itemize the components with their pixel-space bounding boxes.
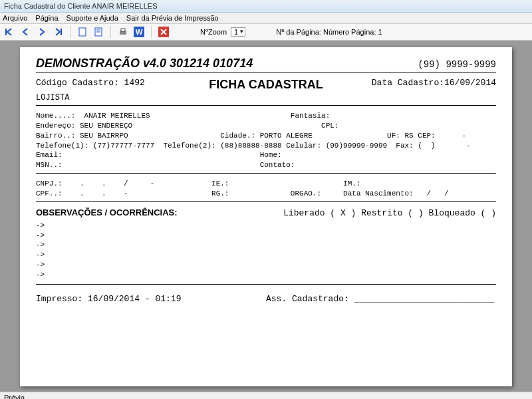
svg-rect-0 — [79, 28, 86, 36]
obs-line: -> — [36, 240, 496, 250]
rule — [36, 173, 496, 174]
field-telefones: Telefone(1): (77)77777-7777 Telefone(2):… — [36, 141, 496, 151]
rule — [36, 105, 496, 106]
field-nome: Nome....: ANAIR MEIRELLES Fantasia: — [36, 111, 496, 121]
obs-title: OBSERVAÇÕES / OCORRÊNCIAS: — [36, 207, 178, 217]
next-page-icon[interactable] — [36, 26, 48, 38]
separator — [151, 26, 152, 38]
menu-arquivo[interactable]: Arquivo — [3, 14, 27, 22]
field-msn: MSN..: Contato: — [36, 160, 496, 170]
rule — [36, 72, 496, 72]
data-cadastro: Data Cadastro:16/09/2014 — [342, 78, 496, 92]
menu-sair[interactable]: Sair da Prévia de Impressão — [126, 14, 219, 22]
lojista-label: LOJISTA — [36, 93, 496, 102]
separator — [110, 26, 111, 38]
rule — [36, 201, 496, 202]
obs-line: -> — [36, 221, 496, 231]
field-email: Email: Home: — [36, 150, 496, 160]
menubar: Arquivo Página Suporte e Ajuda Sair da P… — [0, 13, 532, 24]
menu-suporte[interactable]: Suporte e Ajuda — [66, 14, 118, 22]
obs-line: -> — [36, 270, 496, 280]
print-icon[interactable] — [117, 26, 129, 38]
obs-line: -> — [36, 260, 496, 270]
menu-pagina[interactable]: Página — [35, 14, 58, 22]
ficha-title: FICHA CADASTRAL — [190, 78, 343, 92]
codigo-cadastro: Código Cadastro: 1492 — [36, 78, 190, 92]
field-bairro: Bairro..: SEU BAIRRPO Cidade.: PORTO ALE… — [36, 131, 496, 141]
obs-line: -> — [36, 231, 496, 241]
field-endereco: Endereço: SEU ENDEREÇO CPL: — [36, 121, 496, 131]
last-page-icon[interactable] — [52, 26, 64, 38]
obs-status: Liberado ( X ) Restrito ( ) Bloqueado ( … — [283, 208, 496, 218]
toolbar: W NºZoom 1 Nª da Página: Número Página: … — [0, 24, 532, 41]
zoom-label: NºZoom — [200, 28, 227, 36]
prev-page-icon[interactable] — [20, 26, 32, 38]
window-title: Ficha Cadastral do Cliente ANAIR MEIRELL… — [4, 2, 158, 10]
impresso-label: Impresso: 16/09/2014 - 01:19 — [36, 294, 266, 304]
window-titlebar: Ficha Cadastral do Cliente ANAIR MEIRELL… — [0, 0, 532, 13]
company-phone: (99) 9999-9999 — [418, 59, 496, 70]
svg-text:W: W — [136, 28, 143, 36]
demo-title: DEMONSTRAÇÃO v4.0 301214 010714 — [36, 57, 253, 70]
rule — [36, 284, 496, 285]
ass-cadastrado: Ass. Cadastrado: _______________________… — [266, 294, 496, 304]
document-page: DEMONSTRAÇÃO v4.0 301214 010714 (99) 999… — [20, 47, 512, 386]
preview-viewport: DEMONSTRAÇÃO v4.0 301214 010714 (99) 999… — [0, 41, 532, 392]
field-cpf: CPF..: . . - RG.: ORGAO.: Data Nasciment… — [36, 189, 496, 199]
zoom-select[interactable]: 1 — [231, 27, 245, 37]
status-text: Prévia — [4, 394, 25, 399]
first-page-icon[interactable] — [4, 26, 16, 38]
close-icon[interactable] — [158, 26, 170, 38]
obs-line: -> — [36, 250, 496, 260]
page-icon-1[interactable] — [76, 26, 88, 38]
statusbar: Prévia — [0, 392, 532, 399]
field-cnpj: CNPJ.: . . / - IE.: IM.: — [36, 179, 496, 189]
word-icon[interactable]: W — [133, 26, 145, 38]
page-icon-2[interactable] — [92, 26, 104, 38]
page-number-label: Nª da Página: Número Página: 1 — [276, 28, 382, 36]
separator — [70, 26, 70, 38]
svg-rect-5 — [121, 29, 125, 31]
